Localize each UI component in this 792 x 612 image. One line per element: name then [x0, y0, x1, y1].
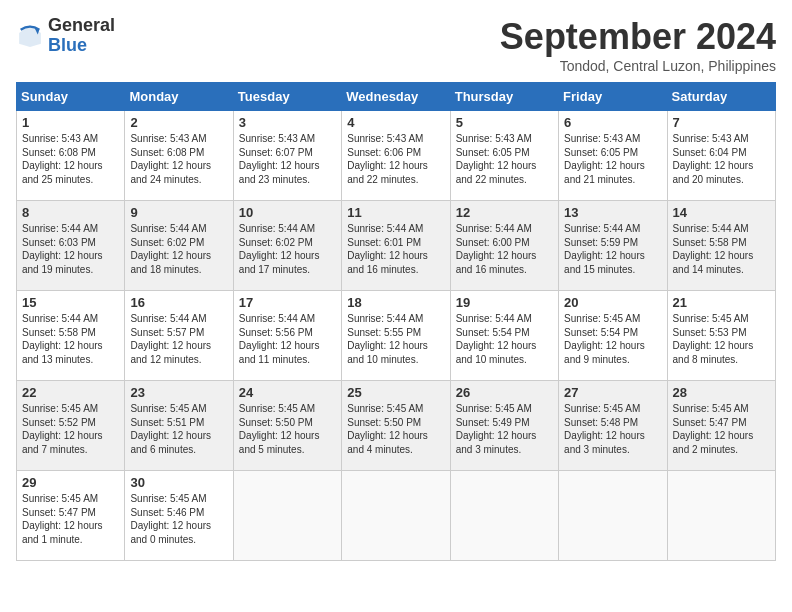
day-info: Sunrise: 5:45 AM Sunset: 5:50 PM Dayligh…: [347, 402, 444, 456]
day-info: Sunrise: 5:44 AM Sunset: 5:58 PM Dayligh…: [22, 312, 119, 366]
day-info: Sunrise: 5:43 AM Sunset: 6:07 PM Dayligh…: [239, 132, 336, 186]
day-info: Sunrise: 5:44 AM Sunset: 5:56 PM Dayligh…: [239, 312, 336, 366]
day-number: 9: [130, 205, 227, 220]
calendar-cell: 2Sunrise: 5:43 AM Sunset: 6:08 PM Daylig…: [125, 111, 233, 201]
day-number: 23: [130, 385, 227, 400]
day-number: 19: [456, 295, 553, 310]
header-monday: Monday: [125, 83, 233, 111]
calendar-cell: 7Sunrise: 5:43 AM Sunset: 6:04 PM Daylig…: [667, 111, 775, 201]
calendar-cell: 20Sunrise: 5:45 AM Sunset: 5:54 PM Dayli…: [559, 291, 667, 381]
day-info: Sunrise: 5:44 AM Sunset: 5:57 PM Dayligh…: [130, 312, 227, 366]
day-number: 5: [456, 115, 553, 130]
calendar-cell: 23Sunrise: 5:45 AM Sunset: 5:51 PM Dayli…: [125, 381, 233, 471]
day-info: Sunrise: 5:45 AM Sunset: 5:48 PM Dayligh…: [564, 402, 661, 456]
day-number: 21: [673, 295, 770, 310]
day-info: Sunrise: 5:43 AM Sunset: 6:08 PM Dayligh…: [22, 132, 119, 186]
calendar-cell: 1Sunrise: 5:43 AM Sunset: 6:08 PM Daylig…: [17, 111, 125, 201]
calendar-cell: 13Sunrise: 5:44 AM Sunset: 5:59 PM Dayli…: [559, 201, 667, 291]
day-number: 20: [564, 295, 661, 310]
day-number: 15: [22, 295, 119, 310]
calendar-cell: 24Sunrise: 5:45 AM Sunset: 5:50 PM Dayli…: [233, 381, 341, 471]
day-number: 13: [564, 205, 661, 220]
day-info: Sunrise: 5:45 AM Sunset: 5:49 PM Dayligh…: [456, 402, 553, 456]
calendar-cell: 25Sunrise: 5:45 AM Sunset: 5:50 PM Dayli…: [342, 381, 450, 471]
calendar-cell: 15Sunrise: 5:44 AM Sunset: 5:58 PM Dayli…: [17, 291, 125, 381]
calendar-cell: 18Sunrise: 5:44 AM Sunset: 5:55 PM Dayli…: [342, 291, 450, 381]
day-number: 30: [130, 475, 227, 490]
day-info: Sunrise: 5:45 AM Sunset: 5:51 PM Dayligh…: [130, 402, 227, 456]
day-number: 8: [22, 205, 119, 220]
day-number: 28: [673, 385, 770, 400]
day-info: Sunrise: 5:45 AM Sunset: 5:47 PM Dayligh…: [673, 402, 770, 456]
calendar-cell: 17Sunrise: 5:44 AM Sunset: 5:56 PM Dayli…: [233, 291, 341, 381]
day-info: Sunrise: 5:44 AM Sunset: 5:58 PM Dayligh…: [673, 222, 770, 276]
day-number: 18: [347, 295, 444, 310]
calendar-cell: 16Sunrise: 5:44 AM Sunset: 5:57 PM Dayli…: [125, 291, 233, 381]
calendar-row: 22Sunrise: 5:45 AM Sunset: 5:52 PM Dayli…: [17, 381, 776, 471]
location: Tondod, Central Luzon, Philippines: [500, 58, 776, 74]
day-number: 4: [347, 115, 444, 130]
calendar-cell: 4Sunrise: 5:43 AM Sunset: 6:06 PM Daylig…: [342, 111, 450, 201]
day-number: 29: [22, 475, 119, 490]
calendar-cell: 22Sunrise: 5:45 AM Sunset: 5:52 PM Dayli…: [17, 381, 125, 471]
logo-icon: [16, 22, 44, 50]
calendar-row: 29Sunrise: 5:45 AM Sunset: 5:47 PM Dayli…: [17, 471, 776, 561]
header-wednesday: Wednesday: [342, 83, 450, 111]
calendar-cell: 27Sunrise: 5:45 AM Sunset: 5:48 PM Dayli…: [559, 381, 667, 471]
day-number: 7: [673, 115, 770, 130]
title-block: September 2024 Tondod, Central Luzon, Ph…: [500, 16, 776, 74]
header-friday: Friday: [559, 83, 667, 111]
day-info: Sunrise: 5:44 AM Sunset: 6:01 PM Dayligh…: [347, 222, 444, 276]
day-info: Sunrise: 5:44 AM Sunset: 6:03 PM Dayligh…: [22, 222, 119, 276]
day-number: 27: [564, 385, 661, 400]
calendar-cell: 19Sunrise: 5:44 AM Sunset: 5:54 PM Dayli…: [450, 291, 558, 381]
day-number: 22: [22, 385, 119, 400]
day-info: Sunrise: 5:43 AM Sunset: 6:05 PM Dayligh…: [456, 132, 553, 186]
day-info: Sunrise: 5:44 AM Sunset: 6:00 PM Dayligh…: [456, 222, 553, 276]
calendar-cell: 21Sunrise: 5:45 AM Sunset: 5:53 PM Dayli…: [667, 291, 775, 381]
calendar-row: 8Sunrise: 5:44 AM Sunset: 6:03 PM Daylig…: [17, 201, 776, 291]
day-number: 12: [456, 205, 553, 220]
day-info: Sunrise: 5:44 AM Sunset: 5:55 PM Dayligh…: [347, 312, 444, 366]
day-number: 2: [130, 115, 227, 130]
calendar-header: Sunday Monday Tuesday Wednesday Thursday…: [17, 83, 776, 111]
calendar-cell: [559, 471, 667, 561]
calendar-cell: 11Sunrise: 5:44 AM Sunset: 6:01 PM Dayli…: [342, 201, 450, 291]
day-number: 25: [347, 385, 444, 400]
logo-blue: Blue: [48, 36, 115, 56]
day-number: 3: [239, 115, 336, 130]
logo: General Blue: [16, 16, 115, 56]
header-thursday: Thursday: [450, 83, 558, 111]
calendar-row: 1Sunrise: 5:43 AM Sunset: 6:08 PM Daylig…: [17, 111, 776, 201]
day-number: 26: [456, 385, 553, 400]
day-info: Sunrise: 5:45 AM Sunset: 5:46 PM Dayligh…: [130, 492, 227, 546]
calendar-cell: 30Sunrise: 5:45 AM Sunset: 5:46 PM Dayli…: [125, 471, 233, 561]
day-number: 14: [673, 205, 770, 220]
calendar-cell: 8Sunrise: 5:44 AM Sunset: 6:03 PM Daylig…: [17, 201, 125, 291]
day-number: 6: [564, 115, 661, 130]
month-title: September 2024: [500, 16, 776, 58]
calendar-row: 15Sunrise: 5:44 AM Sunset: 5:58 PM Dayli…: [17, 291, 776, 381]
calendar-cell: 28Sunrise: 5:45 AM Sunset: 5:47 PM Dayli…: [667, 381, 775, 471]
day-number: 11: [347, 205, 444, 220]
logo-general: General: [48, 16, 115, 36]
calendar-cell: 5Sunrise: 5:43 AM Sunset: 6:05 PM Daylig…: [450, 111, 558, 201]
calendar-cell: 26Sunrise: 5:45 AM Sunset: 5:49 PM Dayli…: [450, 381, 558, 471]
day-info: Sunrise: 5:45 AM Sunset: 5:47 PM Dayligh…: [22, 492, 119, 546]
calendar-cell: 6Sunrise: 5:43 AM Sunset: 6:05 PM Daylig…: [559, 111, 667, 201]
calendar-table: Sunday Monday Tuesday Wednesday Thursday…: [16, 82, 776, 561]
day-info: Sunrise: 5:43 AM Sunset: 6:05 PM Dayligh…: [564, 132, 661, 186]
calendar-cell: 12Sunrise: 5:44 AM Sunset: 6:00 PM Dayli…: [450, 201, 558, 291]
day-number: 1: [22, 115, 119, 130]
calendar-cell: 9Sunrise: 5:44 AM Sunset: 6:02 PM Daylig…: [125, 201, 233, 291]
day-info: Sunrise: 5:43 AM Sunset: 6:06 PM Dayligh…: [347, 132, 444, 186]
day-number: 10: [239, 205, 336, 220]
day-info: Sunrise: 5:43 AM Sunset: 6:08 PM Dayligh…: [130, 132, 227, 186]
day-number: 16: [130, 295, 227, 310]
day-info: Sunrise: 5:45 AM Sunset: 5:52 PM Dayligh…: [22, 402, 119, 456]
header-tuesday: Tuesday: [233, 83, 341, 111]
day-info: Sunrise: 5:45 AM Sunset: 5:50 PM Dayligh…: [239, 402, 336, 456]
calendar-cell: 10Sunrise: 5:44 AM Sunset: 6:02 PM Dayli…: [233, 201, 341, 291]
day-number: 24: [239, 385, 336, 400]
calendar-cell: [450, 471, 558, 561]
